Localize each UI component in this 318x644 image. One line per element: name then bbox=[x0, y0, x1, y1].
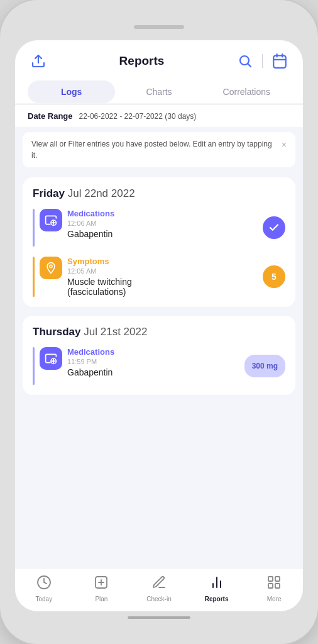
medications-icon bbox=[40, 209, 62, 231]
nav-label-checkin: Check-in bbox=[146, 596, 171, 602]
entry-bar-orange bbox=[33, 257, 35, 297]
day-section-thursday: Thursday Jul 21st 2022 Medications bbox=[23, 316, 295, 395]
home-indicator bbox=[128, 616, 190, 619]
svg-point-8 bbox=[50, 265, 52, 267]
entry-bar-purple-thu bbox=[33, 347, 35, 385]
nav-label-reports: Reports bbox=[205, 596, 229, 602]
info-banner-close[interactable]: × bbox=[282, 138, 287, 152]
entry-time-medications-friday: 12:06 AM bbox=[67, 219, 258, 227]
header-icons bbox=[234, 50, 290, 72]
phone-screen: Reports bbox=[15, 40, 303, 611]
bottom-nav: Today Plan bbox=[15, 568, 303, 611]
tabs-bar: Logs Charts Correlations bbox=[28, 80, 290, 103]
nav-label-plan: Plan bbox=[95, 596, 107, 602]
nav-item-plan[interactable]: Plan bbox=[86, 575, 116, 602]
checkin-icon bbox=[151, 575, 167, 594]
entry-name-medications-thursday: Gabapentin bbox=[67, 367, 239, 377]
entry-badge-number: 5 bbox=[263, 265, 285, 288]
svg-rect-3 bbox=[273, 55, 286, 68]
tab-logs[interactable]: Logs bbox=[28, 80, 115, 103]
entry-time-medications-thursday: 11:59 PM bbox=[67, 358, 239, 365]
day-header-thursday: Thursday Jul 21st 2022 bbox=[33, 326, 285, 338]
entry-category-label: Medications bbox=[67, 209, 258, 218]
svg-rect-18 bbox=[275, 577, 280, 581]
header: Reports bbox=[15, 40, 303, 103]
reports-icon bbox=[209, 575, 224, 594]
entry-time-symptoms-friday: 12:05 AM bbox=[67, 267, 258, 275]
today-icon bbox=[36, 575, 52, 594]
entry-badge-dosage: 300 mg bbox=[244, 355, 285, 377]
entry-medications-thursday[interactable]: Medications 11:59 PM Gabapentin 300 mg bbox=[33, 347, 285, 385]
search-button[interactable] bbox=[234, 50, 256, 72]
day-name-thursday: Thursday bbox=[33, 326, 81, 338]
entry-badge-check bbox=[263, 216, 285, 239]
nav-item-checkin[interactable]: Check-in bbox=[144, 575, 174, 602]
date-range-bar: Date Range 22-06-2022 - 22-07-2022 (30 d… bbox=[15, 104, 303, 127]
svg-rect-17 bbox=[268, 577, 273, 581]
entry-body-symptoms-friday: Symptoms 12:05 AM Muscle twitching(fasci… bbox=[67, 257, 258, 297]
day-name-friday: Friday bbox=[33, 187, 65, 199]
svg-line-2 bbox=[248, 64, 251, 67]
nav-label-today: Today bbox=[35, 596, 52, 602]
nav-item-today[interactable]: Today bbox=[29, 575, 59, 602]
svg-rect-20 bbox=[275, 584, 280, 588]
day-date-friday: Jul 22nd 2022 bbox=[68, 187, 135, 199]
day-date-thursday: Jul 21st 2022 bbox=[84, 326, 147, 338]
day-section-friday: Friday Jul 22nd 2022 Medications bbox=[23, 177, 295, 307]
svg-rect-19 bbox=[268, 584, 273, 588]
entry-symptoms-friday[interactable]: Symptoms 12:05 AM Muscle twitching(fasci… bbox=[33, 257, 285, 297]
entry-body-medications-thursday: Medications 11:59 PM Gabapentin bbox=[67, 347, 239, 385]
phone-shell: Reports bbox=[0, 0, 318, 644]
tab-correlations[interactable]: Correlations bbox=[203, 80, 290, 103]
tab-charts[interactable]: Charts bbox=[115, 80, 202, 103]
entry-bar-purple bbox=[33, 209, 35, 247]
date-range-value: 22-06-2022 - 22-07-2022 (30 days) bbox=[79, 112, 197, 121]
calendar-button[interactable] bbox=[269, 50, 290, 72]
page-title: Reports bbox=[119, 54, 165, 68]
entry-category-symptoms: Symptoms bbox=[67, 257, 258, 266]
entry-name-symptoms-friday: Muscle twitching(fasciculations) bbox=[67, 277, 258, 297]
plan-icon bbox=[94, 575, 109, 594]
entry-category-medications-thu: Medications bbox=[67, 347, 239, 357]
symptoms-icon bbox=[40, 257, 62, 279]
entry-body-medications-friday: Medications 12:06 AM Gabapentin bbox=[67, 209, 258, 247]
nav-label-more: More bbox=[267, 596, 282, 602]
date-range-label: Date Range bbox=[28, 111, 73, 121]
entry-name-medications-friday: Gabapentin bbox=[67, 229, 258, 239]
info-banner: View all or Filter entries you have post… bbox=[23, 132, 295, 167]
entry-medications-friday[interactable]: Medications 12:06 AM Gabapentin bbox=[33, 209, 285, 247]
phone-speaker bbox=[134, 25, 184, 29]
nav-item-more[interactable]: More bbox=[259, 575, 289, 602]
day-header-friday: Friday Jul 22nd 2022 bbox=[33, 187, 285, 200]
scroll-content: Friday Jul 22nd 2022 Medications bbox=[15, 172, 303, 568]
more-icon bbox=[266, 575, 282, 594]
nav-item-reports[interactable]: Reports bbox=[202, 575, 232, 602]
medications-icon-thu bbox=[40, 347, 62, 370]
header-divider bbox=[262, 54, 263, 68]
upload-button[interactable] bbox=[28, 50, 49, 72]
info-banner-text: View all or Filter entries you have post… bbox=[31, 138, 277, 161]
